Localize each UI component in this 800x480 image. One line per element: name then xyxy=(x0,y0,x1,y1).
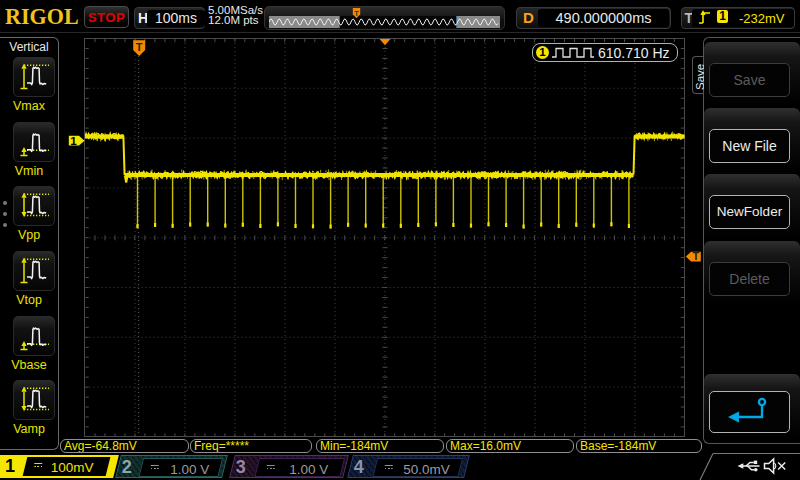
svg-text:T: T xyxy=(136,41,143,53)
svg-text:1: 1 xyxy=(70,135,77,147)
svg-text:T: T xyxy=(354,9,359,18)
svg-text:T: T xyxy=(692,250,699,262)
